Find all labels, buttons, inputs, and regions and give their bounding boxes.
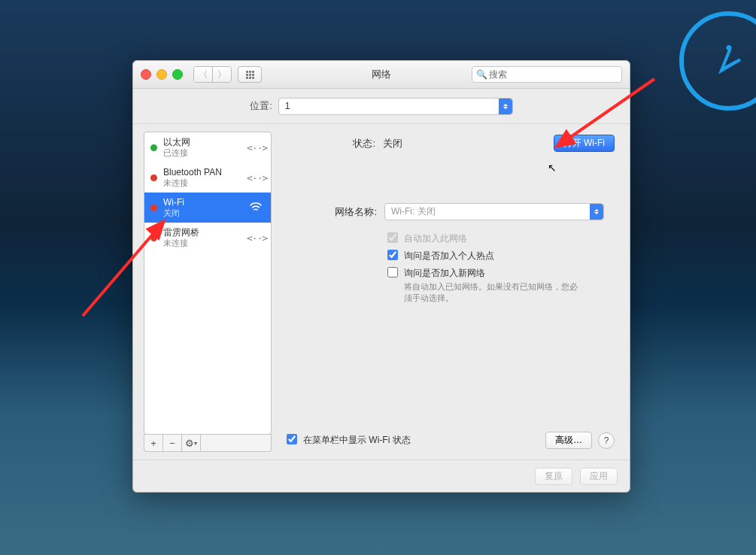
auto-join-checkbox: 自动加入此网络: [387, 232, 615, 245]
status-row: 状态: 关闭 打开 Wi-Fi: [287, 135, 615, 152]
actions-menu-button[interactable]: ⚙▾: [182, 435, 201, 451]
checkbox-label: 在菜单栏中显示 Wi-Fi 状态: [303, 434, 411, 447]
select-arrow-icon: [499, 99, 512, 114]
ask-hotspot-checkbox[interactable]: 询问是否加入个人热点: [387, 250, 615, 262]
ethernet-icon: <··>: [247, 142, 265, 153]
apply-button[interactable]: 应用: [580, 468, 618, 485]
sidebar-item-bluetooth[interactable]: Bluetooth PAN未连接 <··>: [144, 162, 271, 193]
bottom-row: 在菜单栏中显示 Wi-Fi 状态 高级… ?: [287, 432, 615, 452]
item-status: 已连接: [163, 147, 241, 158]
location-row: 位置: 1: [133, 89, 630, 124]
advanced-button[interactable]: 高级…: [545, 432, 592, 449]
wifi-icon: [247, 202, 265, 214]
zoom-button[interactable]: [172, 69, 183, 80]
item-name: 雷雳网桥: [163, 227, 241, 238]
checkbox-input: [387, 232, 398, 243]
status-dot-icon: [150, 144, 157, 151]
add-button[interactable]: +: [144, 435, 163, 451]
network-placeholder: Wi-Fi: 关闭: [391, 205, 436, 218]
bridge-icon: <··>: [247, 172, 265, 183]
body: 以太网已连接 <··> Bluetooth PAN未连接 <··> Wi-Fi关…: [133, 124, 630, 459]
detail-panel: 状态: 关闭 打开 Wi-Fi 网络名称: Wi-Fi: 关闭 自动加入此网络: [282, 132, 619, 452]
network-preferences-window: 〈 〉 网络 🔍 位置: 1 以太网已连接 <··>: [132, 60, 630, 493]
item-status: 未连接: [163, 238, 241, 248]
search-field-wrap: 🔍: [472, 66, 622, 83]
status-value: 关闭: [383, 137, 402, 150]
search-icon: 🔍: [476, 69, 487, 80]
ask-newnet-checkbox[interactable]: 询问是否加入新网络: [387, 267, 615, 280]
network-name-row: 网络名称: Wi-Fi: 关闭: [287, 203, 615, 220]
watermark-badge: [679, 11, 756, 111]
close-button[interactable]: [141, 69, 151, 80]
sidebar-item-thunderbolt[interactable]: 雷雳网桥未连接 <··>: [144, 223, 271, 253]
grid-icon: [246, 71, 254, 79]
footer: 复原 应用: [133, 459, 630, 492]
network-name-select[interactable]: Wi-Fi: 关闭: [384, 203, 604, 220]
checkbox-input[interactable]: [387, 267, 398, 278]
network-list: 以太网已连接 <··> Bluetooth PAN未连接 <··> Wi-Fi关…: [144, 132, 272, 435]
svg-point-0: [727, 45, 732, 50]
checkbox-label: 自动加入此网络: [404, 232, 467, 245]
sidebar-item-ethernet[interactable]: 以太网已连接 <··>: [144, 132, 271, 162]
show-menubar-checkbox[interactable]: 在菜单栏中显示 Wi-Fi 状态: [287, 434, 411, 447]
back-button[interactable]: 〈: [194, 67, 212, 82]
toggle-wifi-button[interactable]: 打开 Wi-Fi: [554, 135, 615, 152]
options-group: 自动加入此网络 询问是否加入个人热点 询问是否加入新网络 将自动加入已知网络。如…: [387, 232, 615, 304]
show-all-button[interactable]: [238, 66, 262, 83]
nav-buttons: 〈 〉: [193, 66, 232, 83]
status-dot-icon: [150, 174, 157, 181]
select-arrow-icon: [590, 204, 603, 220]
newnet-description: 将自动加入已知网络。如果没有已知网络，您必须手动选择。: [404, 281, 584, 304]
list-controls: + − ⚙▾: [144, 434, 272, 452]
network-name-label: 网络名称:: [287, 205, 377, 219]
revert-button[interactable]: 复原: [535, 468, 572, 485]
item-status: 未连接: [163, 177, 241, 188]
sidebar: 以太网已连接 <··> Bluetooth PAN未连接 <··> Wi-Fi关…: [144, 132, 272, 452]
window-controls: [141, 69, 183, 80]
checkbox-label: 询问是否加入新网络: [404, 267, 485, 280]
forward-button[interactable]: 〉: [212, 67, 231, 82]
bridge-icon: <··>: [247, 232, 265, 244]
status-dot-icon: [150, 205, 157, 211]
item-status: 关闭: [163, 208, 241, 218]
location-value: 1: [285, 101, 290, 111]
status-label: 状态:: [339, 137, 375, 150]
checkbox-label: 询问是否加入个人热点: [404, 250, 494, 262]
checkbox-input[interactable]: [387, 250, 398, 260]
location-select[interactable]: 1: [278, 98, 513, 115]
item-name: 以太网: [163, 137, 241, 147]
help-button[interactable]: ?: [598, 432, 615, 449]
search-input[interactable]: [472, 66, 622, 83]
minimize-button[interactable]: [156, 69, 167, 80]
remove-button[interactable]: −: [163, 435, 182, 451]
titlebar: 〈 〉 网络 🔍: [133, 61, 630, 89]
status-dot-icon: [150, 235, 157, 241]
checkbox-input[interactable]: [287, 434, 297, 444]
item-name: Bluetooth PAN: [163, 167, 241, 177]
item-name: Wi-Fi: [163, 197, 241, 208]
sidebar-item-wifi[interactable]: Wi-Fi关闭: [144, 193, 271, 223]
location-label: 位置:: [250, 99, 272, 113]
